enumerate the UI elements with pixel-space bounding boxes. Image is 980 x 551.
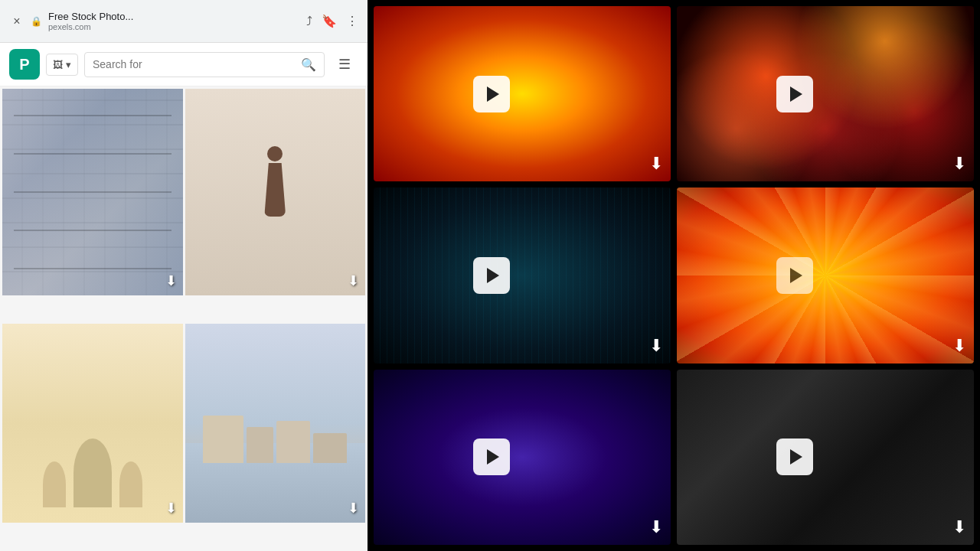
list-item[interactable]: ⬇ — [374, 187, 671, 363]
download-icon[interactable]: ⬇ — [348, 500, 359, 517]
download-icon[interactable]: ⬇ — [649, 517, 663, 537]
download-icon[interactable]: ⬇ — [165, 272, 177, 289]
download-icon[interactable]: ⬇ — [348, 272, 359, 289]
list-item[interactable]: ⬇ — [2, 89, 183, 295]
play-button[interactable] — [776, 439, 813, 475]
list-item[interactable]: ⬇ — [374, 6, 671, 181]
browser-chrome: × 🔒 Free Stock Photo... pexels.com ⤴ 🔖 ⋮ — [0, 0, 368, 43]
hamburger-icon: ☰ — [338, 56, 351, 73]
download-icon[interactable]: ⬇ — [952, 154, 966, 174]
play-button[interactable] — [473, 257, 510, 294]
more-options-icon[interactable]: ⋮ — [346, 14, 358, 28]
list-item[interactable]: ⬇ — [185, 324, 366, 523]
hamburger-menu-button[interactable]: ☰ — [331, 51, 358, 78]
download-icon[interactable]: ⬇ — [952, 336, 966, 356]
pexels-header: P 🖼 ▾ 🔍 ☰ — [0, 43, 368, 86]
search-icon[interactable]: 🔍 — [301, 57, 316, 72]
list-item[interactable]: ⬇ — [677, 370, 974, 545]
download-icon[interactable]: ⬇ — [165, 500, 177, 517]
share-icon[interactable]: ⤴ — [306, 15, 312, 28]
search-bar[interactable]: 🔍 — [84, 52, 325, 77]
media-type-selector[interactable]: 🖼 ▾ — [46, 54, 78, 76]
browser-tab: × 🔒 Free Stock Photo... pexels.com ⤴ 🔖 ⋮ — [9, 6, 358, 36]
photo-grid: ⬇ ⬇ ⬇ ⬇ — [0, 86, 368, 551]
download-icon[interactable]: ⬇ — [649, 154, 663, 174]
list-item[interactable]: ⬇ — [677, 187, 974, 363]
tab-title: Free Stock Photo... — [48, 11, 300, 22]
list-item[interactable]: ⬇ — [185, 89, 366, 295]
logo-letter: P — [19, 56, 29, 73]
play-button[interactable] — [473, 76, 510, 112]
tab-actions: ⤴ 🔖 ⋮ — [306, 14, 358, 28]
lock-icon: 🔒 — [31, 16, 42, 27]
browser-panel: × 🔒 Free Stock Photo... pexels.com ⤴ 🔖 ⋮… — [0, 0, 368, 551]
list-item[interactable]: ⬇ — [2, 324, 183, 523]
media-type-icon: 🖼 — [53, 59, 63, 70]
search-input[interactable] — [93, 58, 296, 70]
bookmark-icon[interactable]: 🔖 — [322, 14, 337, 28]
list-item[interactable]: ⬇ — [374, 370, 671, 545]
play-button[interactable] — [776, 76, 813, 112]
download-icon[interactable]: ⬇ — [952, 517, 966, 537]
video-panel: ⬇ ⬇ ⬇ ⬇ ⬇ ⬇ — [368, 0, 980, 551]
download-icon[interactable]: ⬇ — [649, 336, 663, 356]
close-tab-button[interactable]: × — [9, 14, 24, 29]
list-item[interactable]: ⬇ — [677, 6, 974, 181]
play-button[interactable] — [776, 257, 813, 294]
pexels-logo[interactable]: P — [9, 49, 40, 80]
person-silhouette — [260, 146, 290, 238]
close-icon: × — [13, 15, 20, 28]
tab-url: pexels.com — [48, 22, 300, 31]
chevron-down-icon: ▾ — [66, 59, 71, 70]
play-button[interactable] — [473, 439, 510, 475]
